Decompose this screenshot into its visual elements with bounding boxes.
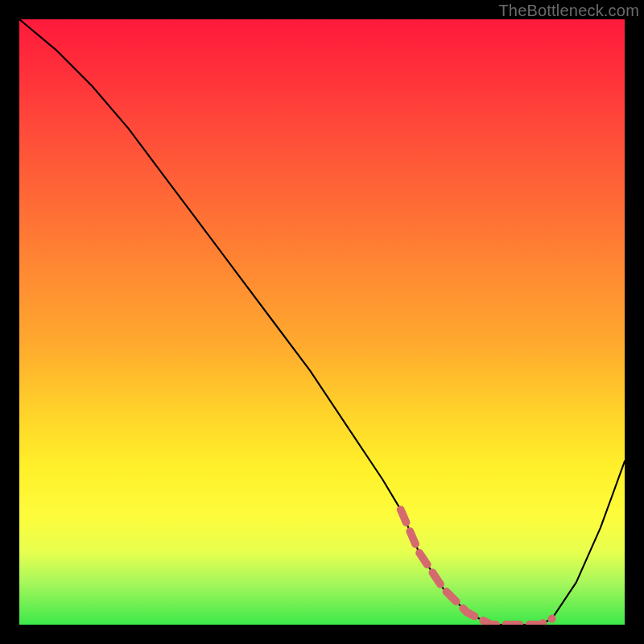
curve-path xyxy=(19,19,625,625)
watermark-text: TheBottleneck.com xyxy=(498,2,639,20)
plot-area xyxy=(19,19,625,625)
chart-svg xyxy=(19,19,625,625)
highlight-path xyxy=(401,510,552,625)
chart-stage: TheBottleneck.com xyxy=(0,0,644,644)
